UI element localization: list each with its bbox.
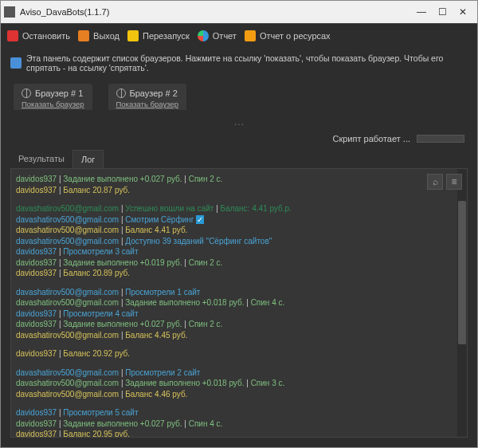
info-icon [10, 57, 22, 69]
close-button[interactable]: ✕ [458, 7, 468, 17]
app-window: Aviso_DavaBots(1.1.7) — ☐ ✕ Остановить В… [0, 0, 478, 448]
log-line: davashatirov500@gmail.com | Задание выпо… [16, 378, 462, 389]
log-line: davashatirov500@gmail.com | Просмотрели … [16, 367, 462, 379]
resources-button[interactable]: Отчет о ресурсах [245, 30, 331, 41]
ellipsis: … [1, 115, 477, 131]
menu-button[interactable]: ≡ [446, 174, 462, 190]
resources-icon [245, 30, 256, 41]
show-browser-link-1[interactable]: Показать браузер [22, 100, 84, 108]
globe-icon [116, 88, 126, 98]
log-line: davidos937 | Баланс 20.95 руб. [16, 429, 462, 438]
window-controls: — ☐ ✕ [417, 7, 474, 17]
browser-item-1: Браузер # 1 Показать браузер [14, 84, 92, 110]
log-line: davashatirov500@gmail.com | Задание выпо… [16, 297, 462, 308]
log-line: davashatirov500@gmail.com | Смотрим Сёрф… [16, 214, 462, 226]
report-button[interactable]: Отчет [198, 30, 237, 41]
browser-list: Браузер # 1 Показать браузер Браузер # 2… [1, 79, 477, 115]
progress-bar [417, 135, 464, 143]
log-tools: ⌕ ≡ [427, 174, 462, 190]
log-line: davidos937 | Задание выполнено +0.027 ру… [16, 319, 462, 330]
checkmark-icon: ✓ [196, 215, 204, 224]
info-text: Эта панель содержит список браузеров. На… [26, 53, 468, 73]
tab-log[interactable]: Лог [72, 150, 104, 168]
stop-icon [7, 30, 18, 41]
log-line: davidos937 | Просмотрели 4 сайт [16, 308, 462, 320]
log-content: davidos937 | Задание выполнено +0.027 ру… [11, 169, 467, 438]
search-button[interactable]: ⌕ [427, 174, 443, 190]
info-bar: Эта панель содержит список браузеров. На… [1, 47, 477, 79]
log-line: davashatirov500@gmail.com | Успешно вошл… [16, 203, 462, 214]
content-area: Эта панель содержит список браузеров. На… [1, 47, 477, 447]
maximize-button[interactable]: ☐ [437, 7, 447, 17]
log-line: davashatirov500@gmail.com | Баланс 4.46 … [16, 389, 462, 400]
globe-icon [22, 88, 31, 98]
log-line: davashatirov500@gmail.com | Просмотрели … [16, 287, 462, 298]
log-line: davashatirov500@gmail.com | Баланс 4.45 … [16, 330, 462, 341]
log-line: davidos937 | Задание выполнено +0.027 ру… [16, 419, 462, 430]
log-line: davidos937 | Просмотрели 5 сайт [16, 407, 462, 419]
window-title: Aviso_DavaBots(1.1.7) [20, 7, 417, 17]
status-text: Скрипт работает ... [332, 134, 410, 143]
log-line: davidos937 | Задание выполнено +0.027 ру… [16, 174, 462, 185]
restart-button[interactable]: Перезапуск [127, 30, 190, 41]
browser-item-2: Браузер # 2 Показать браузер [108, 84, 187, 110]
show-browser-link-2[interactable]: Показать браузер [116, 100, 179, 108]
scroll-thumb[interactable] [458, 201, 466, 344]
log-line: davashatirov500@gmail.com | Баланс 4.41 … [16, 225, 462, 236]
toolbar: Остановить Выход Перезапуск Отчет Отчет … [1, 23, 477, 47]
log-line: davidos937 | Просмотрели 3 сайт [16, 246, 462, 257]
log-line: davidos937 | Баланс 20.92 руб. [16, 348, 462, 360]
status-row: Скрипт работает ... [1, 131, 477, 150]
exit-button[interactable]: Выход [78, 30, 120, 41]
titlebar: Aviso_DavaBots(1.1.7) — ☐ ✕ [1, 1, 477, 23]
log-line: davidos937 | Баланс 20.89 руб. [16, 268, 462, 279]
result-tabs: Результаты Лог [1, 150, 477, 168]
exit-icon [78, 30, 89, 41]
log-line: davidos937 | Баланс 20.87 руб. [16, 185, 462, 196]
stop-button[interactable]: Остановить [7, 30, 70, 41]
log-line: davidos937 | Задание выполнено +0.019 ру… [16, 257, 462, 269]
log-line: davashatirov500@gmail.com | Доступно 39 … [16, 236, 462, 247]
app-icon [4, 6, 15, 18]
scrollbar[interactable] [457, 169, 467, 437]
log-panel: ⌕ ≡ davidos937 | Задание выполнено +0.02… [10, 168, 468, 438]
report-icon [198, 30, 209, 41]
restart-icon [127, 30, 139, 41]
tab-results[interactable]: Результаты [10, 150, 72, 168]
minimize-button[interactable]: — [417, 7, 426, 17]
